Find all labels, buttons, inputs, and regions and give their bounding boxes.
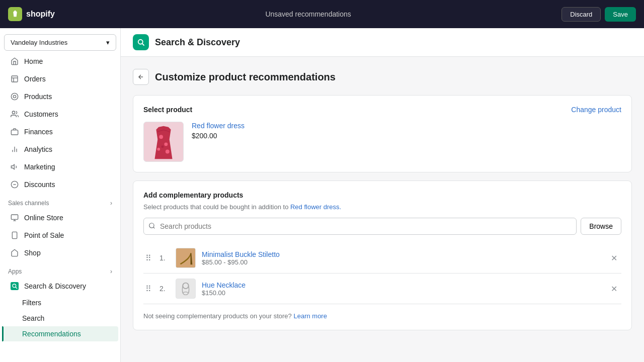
main-content: Search & Discovery Customize product rec…: [121, 28, 644, 362]
sidebar-sub-search[interactable]: Search: [2, 311, 118, 326]
sidebar-sub-filters[interactable]: Filters: [2, 295, 118, 310]
svg-rect-18: [11, 282, 19, 290]
recommendation-item-2: ⠿ 2. Hue Necklace $150.00: [143, 274, 621, 304]
apps-label: Apps ›: [0, 262, 120, 277]
sidebar-item-label: Customers: [24, 110, 58, 118]
remove-item-2-button[interactable]: ✕: [607, 282, 621, 296]
sidebar-item-point-of-sale[interactable]: Point of Sale: [2, 227, 118, 244]
page-header-icon: [133, 34, 149, 50]
sub-item-label: Filters: [22, 299, 41, 307]
svg-marker-10: [11, 164, 14, 169]
chevron-right-icon-apps: ›: [110, 268, 112, 275]
sidebar-item-shop[interactable]: Shop: [2, 244, 118, 261]
svg-point-4: [13, 95, 16, 98]
complementary-desc: Select products that could be bought in …: [143, 203, 621, 211]
sidebar-item-label: Online Store: [24, 214, 63, 222]
recommendation-item-1: ⠿ 1. Minimalist Buckle Stiletto $85.00 -…: [143, 243, 621, 274]
sidebar-item-search-discovery[interactable]: Search & Discovery: [2, 278, 118, 295]
sidebar-item-label: Analytics: [24, 145, 52, 153]
sidebar-item-finances[interactable]: Finances: [2, 123, 118, 140]
select-product-card: Select product Change product: [133, 95, 632, 172]
complementary-products-card: Add complementary products Select produc…: [133, 180, 632, 330]
sidebar-sub-recommendations[interactable]: Recommendations: [2, 326, 118, 341]
necklace-image: [176, 279, 196, 299]
shop-icon: [10, 248, 19, 257]
sidebar-item-label: Search & Discovery: [24, 282, 86, 290]
sidebar-item-label: Shop: [24, 249, 41, 257]
sub-item-label: Search: [22, 314, 44, 322]
search-discovery-icon: [10, 282, 19, 291]
svg-rect-6: [11, 130, 18, 135]
discard-button[interactable]: Discard: [561, 7, 601, 22]
sidebar-item-online-store[interactable]: Online Store: [2, 209, 118, 226]
save-button[interactable]: Save: [605, 7, 636, 22]
sales-channels-label: Sales channels ›: [0, 194, 120, 209]
analytics-icon: [10, 145, 19, 154]
back-button[interactable]: [133, 69, 149, 85]
svg-point-5: [12, 111, 15, 114]
shopify-text: shopify: [26, 10, 55, 19]
logo: S shopify: [8, 7, 55, 21]
sidebar-item-customers[interactable]: Customers: [2, 106, 118, 123]
customize-header: Customize product recommendations: [133, 69, 632, 85]
complementary-title: Add complementary products: [143, 191, 621, 199]
search-input-wrap: [143, 218, 577, 235]
sidebar-item-label: Discounts: [24, 180, 55, 189]
svg-point-27: [157, 148, 160, 151]
product-name-link[interactable]: Red flower dress: [192, 122, 245, 130]
sub-item-label: Recommendations: [22, 330, 81, 338]
top-nav: S shopify Unsaved recommendations Discar…: [0, 0, 644, 28]
sidebar-item-label: Orders: [24, 75, 46, 83]
browse-button[interactable]: Browse: [581, 218, 621, 235]
not-seeing-text: Not seeing complementary products on you…: [143, 312, 621, 320]
sidebar-item-label: Marketing: [24, 163, 55, 171]
product-image: [143, 122, 184, 162]
sidebar-item-analytics[interactable]: Analytics: [2, 141, 118, 158]
select-product-label: Select product: [143, 106, 192, 114]
marketing-icon: [10, 162, 19, 171]
sidebar-item-marketing[interactable]: Marketing: [2, 158, 118, 175]
product-preview: Red flower dress $200.00: [143, 122, 621, 162]
svg-rect-0: [12, 76, 18, 82]
active-indicator: [2, 326, 4, 341]
svg-point-25: [159, 135, 163, 139]
remove-item-1-button[interactable]: ✕: [607, 251, 621, 265]
customers-icon: [10, 110, 19, 119]
search-icon: [148, 222, 155, 231]
drag-handle-1[interactable]: ⠿: [143, 251, 153, 265]
sidebar-item-orders[interactable]: Orders: [2, 70, 118, 87]
stiletto-image: [176, 248, 196, 268]
drag-handle-2[interactable]: ⠿: [143, 282, 153, 296]
rec-product-name-2[interactable]: Hue Necklace: [202, 281, 601, 289]
nav-actions: Discard Save: [561, 7, 636, 22]
svg-point-26: [164, 142, 168, 146]
rec-product-info-2: Hue Necklace $150.00: [202, 281, 601, 297]
product-link-in-desc[interactable]: Red flower dress.: [290, 203, 341, 211]
product-price: $200.00: [192, 132, 245, 140]
store-selector[interactable]: Vandelay Industries ▾: [4, 34, 116, 51]
product-info: Red flower dress $200.00: [192, 122, 245, 140]
pos-icon: [10, 231, 19, 240]
products-icon: [10, 92, 19, 101]
svg-point-28: [166, 150, 170, 154]
search-products-input[interactable]: [143, 218, 577, 235]
select-product-header: Select product Change product: [143, 106, 621, 114]
svg-point-3: [11, 93, 18, 100]
search-row: Browse: [143, 218, 621, 235]
sidebar: Vandelay Industries ▾ Home Orders Produc…: [0, 28, 121, 362]
shopify-icon: [8, 7, 22, 21]
content-area: Customize product recommendations Select…: [121, 57, 644, 350]
app-layout: Vandelay Industries ▾ Home Orders Produc…: [0, 28, 644, 362]
sidebar-item-home[interactable]: Home: [2, 53, 118, 70]
rec-product-name-1[interactable]: Minimalist Buckle Stiletto: [202, 250, 601, 258]
change-product-link[interactable]: Change product: [571, 106, 621, 114]
online-store-icon: [10, 213, 19, 222]
sidebar-item-discounts[interactable]: Discounts: [2, 176, 118, 193]
page-header: Search & Discovery: [121, 28, 644, 57]
svg-rect-16: [12, 232, 17, 238]
sidebar-item-products[interactable]: Products: [2, 88, 118, 105]
chevron-down-icon: ▾: [106, 39, 110, 46]
rec-number-1: 1.: [159, 254, 170, 262]
finances-icon: [10, 127, 19, 136]
learn-more-link[interactable]: Learn more: [293, 312, 327, 320]
